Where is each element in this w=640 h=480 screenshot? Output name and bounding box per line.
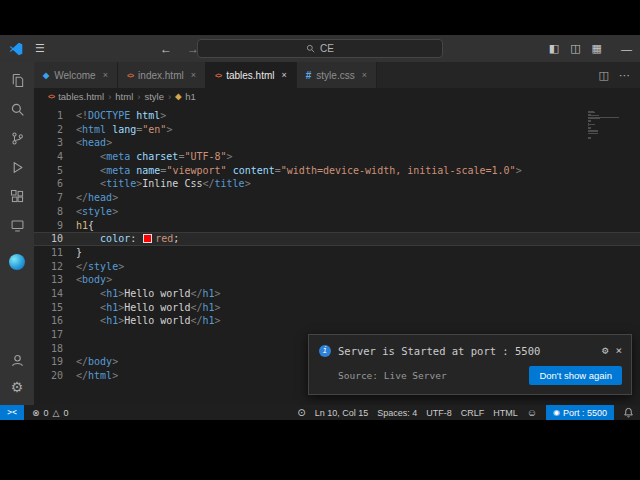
edge-browser-icon[interactable] <box>8 253 26 271</box>
html-icon: <> <box>48 93 54 100</box>
account-icon[interactable] <box>8 351 26 369</box>
command-center-search[interactable]: CE <box>197 39 443 58</box>
chevron-right-icon: › <box>137 91 140 102</box>
live-server-port[interactable]: ◉ Port : 5500 <box>546 405 614 420</box>
error-icon: ⊗ <box>32 408 40 418</box>
code-line[interactable]: 9h1{ <box>34 219 640 233</box>
eol-sequence[interactable]: CRLF <box>461 408 485 418</box>
code-line[interactable]: 15 <h1>Hello world</h1> <box>34 301 640 315</box>
body-row: ⚙ ◆Welcome×<>index.html×<>tables.html×#s… <box>0 62 640 405</box>
extensions-icon[interactable] <box>8 187 26 205</box>
go-back-icon[interactable]: ← <box>160 42 172 56</box>
tab-welcome[interactable]: ◆Welcome× <box>34 62 118 88</box>
notification-source: Source: Live Server <box>338 370 447 381</box>
code-line[interactable]: 11} <box>34 246 640 260</box>
encoding[interactable]: UTF-8 <box>426 408 452 418</box>
source-control-icon[interactable] <box>8 129 26 147</box>
close-icon[interactable]: × <box>362 70 367 80</box>
line-number: 18 <box>34 342 76 356</box>
title-bar: ☰ ← → CE ◧ ◫ ▦ — <box>0 35 640 62</box>
minimap-line <box>588 138 591 139</box>
code-text: <!DOCTYPE html> <box>76 109 166 123</box>
code-text: <body> <box>76 273 112 287</box>
remote-icon: >< <box>7 408 17 417</box>
dont-show-again-button[interactable]: Don't show again <box>529 366 622 385</box>
activity-bar-bottom: ⚙ <box>8 351 26 405</box>
customize-layout-icon[interactable]: ▦ <box>592 42 602 55</box>
color-swatch[interactable] <box>143 234 152 243</box>
minimap[interactable] <box>588 111 628 140</box>
screen: ☰ ← → CE ◧ ◫ ▦ — <box>0 0 640 480</box>
code-line[interactable]: 2<html lang="en"> <box>34 123 640 137</box>
toggle-panel-icon[interactable]: ◫ <box>570 42 580 55</box>
split-editor-icon[interactable]: ◫ <box>599 69 609 82</box>
code-line[interactable]: 14 <h1>Hello world</h1> <box>34 287 640 301</box>
problems-indicator[interactable]: ⊗ 0 △ 0 <box>32 408 69 418</box>
code-text: </style> <box>76 260 124 274</box>
close-icon[interactable]: × <box>282 70 287 80</box>
code-line[interactable]: 13<body> <box>34 273 640 287</box>
html-icon: <> <box>127 72 133 79</box>
close-icon[interactable]: × <box>103 70 108 80</box>
code-line[interactable]: 6 <title>Inline Css</title> <box>34 177 640 191</box>
vscode-icon: ◆ <box>43 71 49 80</box>
line-number: 17 <box>34 328 76 342</box>
status-right: ⊙ Ln 10, Col 15Spaces: 4UTF-8CRLFHTML ☺ … <box>297 405 640 420</box>
symbol-icon: ◈ <box>175 92 181 101</box>
breadcrumb-item[interactable]: tables.html <box>58 91 104 102</box>
notifications-bell-icon[interactable] <box>623 407 640 418</box>
code-text: </head> <box>76 191 118 205</box>
search-sidebar-icon[interactable] <box>8 100 26 118</box>
html-icon: <> <box>215 72 221 79</box>
error-count: 0 <box>44 408 49 418</box>
code-text: </body> <box>76 355 118 369</box>
editor[interactable]: 1<!DOCTYPE html>2<html lang="en">3<head>… <box>34 104 640 405</box>
breadcrumb-item[interactable]: h1 <box>185 91 196 102</box>
breadcrumb-item[interactable]: style <box>144 91 164 102</box>
explorer-icon[interactable] <box>8 71 26 89</box>
language-mode[interactable]: HTML <box>493 408 518 418</box>
zoom-icon[interactable]: ⊙ <box>297 407 305 418</box>
vscode-window: ☰ ← → CE ◧ ◫ ▦ — <box>0 35 640 420</box>
menu-hamburger-icon[interactable]: ☰ <box>35 42 45 55</box>
code-line[interactable]: 4 <meta charset="UTF-8"> <box>34 150 640 164</box>
code-text: h1{ <box>76 219 94 233</box>
tab-tables-html[interactable]: <>tables.html× <box>206 62 297 88</box>
settings-gear-icon[interactable]: ⚙ <box>8 378 26 396</box>
code-line[interactable]: 16 <h1>Hello world</h1> <box>34 314 640 328</box>
run-debug-icon[interactable] <box>8 158 26 176</box>
cursor-position[interactable]: Ln 10, Col 15 <box>315 408 369 418</box>
indentation[interactable]: Spaces: 4 <box>377 408 417 418</box>
feedback-smiley-icon[interactable]: ☺ <box>527 407 537 418</box>
warning-count: 0 <box>63 408 68 418</box>
edge-logo <box>9 254 25 270</box>
code-text: <h1>Hello world</h1> <box>76 287 221 301</box>
tab-index-html[interactable]: <>index.html× <box>118 62 206 88</box>
remote-explorer-icon[interactable] <box>8 216 26 234</box>
remote-indicator[interactable]: >< <box>0 405 24 420</box>
more-actions-icon[interactable]: ⋯ <box>619 69 630 82</box>
code-text: <style> <box>76 205 118 219</box>
toggle-sidebar-icon[interactable]: ◧ <box>549 42 559 55</box>
code-text: <h1>Hello world</h1> <box>76 301 221 315</box>
code-line[interactable]: 8<style> <box>34 205 640 219</box>
code-line[interactable]: 1<!DOCTYPE html> <box>34 109 640 123</box>
notification-footer: Source: Live Server Don't show again <box>309 362 631 394</box>
code-text: </html> <box>76 369 118 383</box>
minimize-icon[interactable]: — <box>621 43 632 55</box>
line-number: 9 <box>34 219 76 233</box>
code-line[interactable]: 3<head> <box>34 136 640 150</box>
code-line[interactable]: 5 <meta name="viewport" content="width=d… <box>34 164 640 178</box>
warning-icon: △ <box>53 408 60 418</box>
breadcrumb-item[interactable]: html <box>115 91 133 102</box>
notification-toast: i Server is Started at port : 5500 ⚙ × S… <box>308 334 632 395</box>
nav-arrows: ← → <box>160 35 199 62</box>
code-line[interactable]: 12</style> <box>34 260 640 274</box>
code-line[interactable]: 10 color: red; <box>34 232 640 246</box>
line-number: 2 <box>34 123 76 137</box>
tab-style-css[interactable]: #style.css× <box>297 62 377 88</box>
notification-settings-gear-icon[interactable]: ⚙ <box>602 344 609 357</box>
close-icon[interactable]: × <box>191 70 196 80</box>
code-line[interactable]: 7</head> <box>34 191 640 205</box>
notification-close-icon[interactable]: × <box>615 344 622 357</box>
